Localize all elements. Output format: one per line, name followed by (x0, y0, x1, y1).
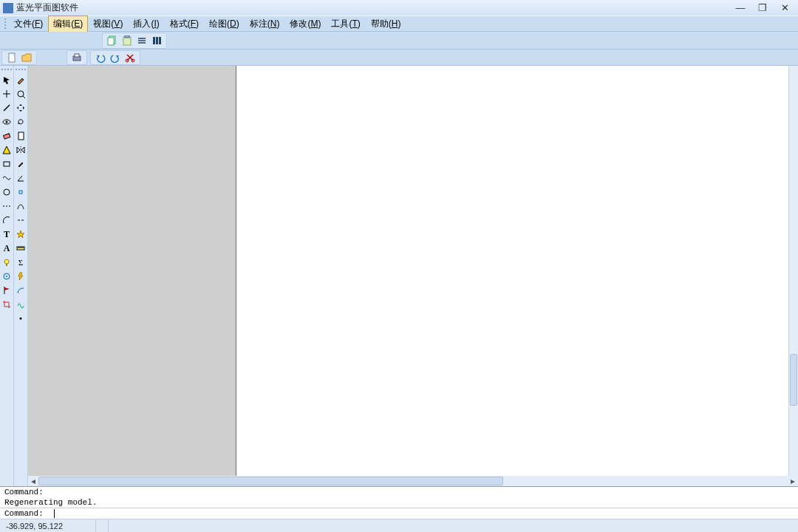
line-icon[interactable] (1, 101, 13, 115)
wave-icon[interactable] (1, 171, 13, 185)
move-icon[interactable] (1, 87, 13, 100)
open-folder-icon[interactable] (21, 52, 33, 64)
command-input-row[interactable]: Command: (0, 508, 798, 519)
bolt-icon[interactable] (15, 270, 27, 283)
sum-icon[interactable]: Σ (15, 256, 27, 269)
text-a-icon[interactable]: A (1, 242, 13, 255)
svg-marker-42 (21, 147, 24, 153)
dash-icon[interactable] (1, 200, 13, 213)
page-icon[interactable] (15, 129, 27, 143)
horizontal-scrollbar-track[interactable] (38, 477, 788, 485)
spline-icon[interactable] (15, 298, 27, 311)
status-spacer (109, 519, 798, 532)
command-cursor (54, 509, 55, 518)
svg-marker-37 (4, 287, 10, 290)
command-history-line: Regenerating model. (0, 497, 798, 508)
text-t-icon[interactable]: T (1, 228, 13, 241)
snap-icon[interactable] (15, 185, 27, 199)
rotate-icon[interactable] (15, 115, 27, 129)
titlebar: 蓝光平面图软件 — ❐ ✕ (0, 0, 798, 16)
status-separator (96, 519, 109, 532)
svg-rect-14 (75, 54, 79, 57)
menu-视图[interactable]: 视图(V) (88, 16, 128, 33)
menubar: 文件(F)编辑(E)视图(V)插入(I)格式(F)绘图(D)标注(N)修改(M)… (0, 16, 798, 32)
list-icon[interactable] (136, 35, 148, 47)
horizontal-scrollbar-thumb[interactable] (38, 477, 503, 485)
new-file-icon[interactable] (6, 52, 18, 64)
tool-column-right: Σ (14, 66, 28, 486)
svg-marker-47 (17, 231, 24, 238)
warning-icon[interactable] (1, 143, 13, 157)
tool-column-left: T A (0, 66, 14, 486)
flag-icon[interactable] (1, 284, 13, 297)
svg-point-35 (6, 276, 7, 277)
menu-帮助[interactable]: 帮助(H) (366, 16, 406, 33)
scroll-left-icon[interactable]: ◂ (28, 477, 38, 485)
menu-工具[interactable]: 工具(T) (326, 16, 365, 33)
menu-修改[interactable]: 修改(M) (284, 16, 326, 33)
vertical-scrollbar[interactable] (788, 66, 798, 476)
paste-icon[interactable] (121, 35, 133, 47)
target-icon[interactable] (1, 270, 13, 283)
svg-rect-1 (108, 38, 114, 45)
menu-插入[interactable]: 插入(I) (128, 16, 164, 33)
command-prompt: Command: (4, 509, 44, 518)
arc-icon[interactable] (1, 214, 13, 227)
side-panel[interactable] (28, 66, 236, 476)
svg-point-30 (4, 189, 10, 195)
top-toolbar-group (102, 33, 167, 49)
tool-grip-icon[interactable] (16, 69, 26, 71)
bulb-icon[interactable] (1, 256, 13, 269)
loop-icon[interactable] (15, 87, 27, 100)
rect-icon[interactable] (1, 157, 13, 171)
workspace: T A Σ (0, 66, 798, 486)
mirror-icon[interactable] (15, 143, 27, 157)
cut-icon[interactable] (124, 52, 136, 64)
svg-marker-41 (17, 147, 20, 153)
angle-icon[interactable] (15, 171, 27, 185)
maximize-button[interactable]: ❐ (752, 1, 773, 15)
svg-rect-27 (4, 134, 10, 139)
top-toolbar (0, 32, 798, 50)
undo-icon[interactable] (95, 52, 106, 64)
circle-icon[interactable] (1, 185, 13, 199)
scroll-right-icon[interactable]: ▸ (788, 477, 798, 485)
crop-icon[interactable] (1, 298, 13, 311)
drawing-canvas[interactable] (236, 66, 788, 476)
menubar-grip[interactable] (4, 18, 7, 29)
print-icon[interactable] (71, 52, 83, 64)
redo-icon[interactable] (109, 52, 121, 64)
menu-格式[interactable]: 格式(F) (165, 16, 204, 33)
break-icon[interactable] (15, 214, 27, 227)
print-cluster (66, 50, 87, 65)
menu-编辑[interactable]: 编辑(E) (48, 16, 88, 33)
canvas-area[interactable] (28, 66, 798, 476)
app-title: 蓝光平面图软件 (16, 1, 78, 14)
brush-icon[interactable] (15, 73, 27, 86)
minimize-button[interactable]: — (730, 1, 751, 15)
menu-绘图[interactable]: 绘图(D) (204, 16, 245, 33)
eraser-icon[interactable] (1, 129, 13, 143)
close-button[interactable]: ✕ (774, 1, 795, 15)
svg-rect-8 (156, 37, 158, 44)
eye-icon[interactable] (1, 115, 13, 129)
select-icon[interactable] (1, 73, 13, 86)
measure-icon[interactable] (15, 242, 27, 255)
horizontal-scrollbar[interactable]: ◂ ▸ (28, 476, 798, 486)
menu-文件[interactable]: 文件(F) (9, 16, 48, 33)
svg-marker-53 (18, 273, 23, 280)
multi-icon[interactable] (15, 284, 27, 297)
tool-grip-icon[interactable] (1, 69, 12, 71)
dropper-icon[interactable] (15, 157, 27, 171)
columns-icon[interactable] (151, 35, 163, 47)
vertical-scrollbar-thumb[interactable] (790, 354, 797, 406)
star-icon[interactable] (15, 228, 27, 241)
pointer-icon[interactable] (15, 312, 27, 325)
copy-icon[interactable] (106, 35, 118, 47)
command-history-line: Command: (0, 487, 798, 497)
move4-icon[interactable] (15, 101, 27, 115)
menu-标注[interactable]: 标注(N) (245, 16, 285, 33)
svg-rect-40 (18, 132, 24, 140)
curve-icon[interactable] (15, 200, 27, 213)
svg-rect-2 (123, 37, 131, 45)
